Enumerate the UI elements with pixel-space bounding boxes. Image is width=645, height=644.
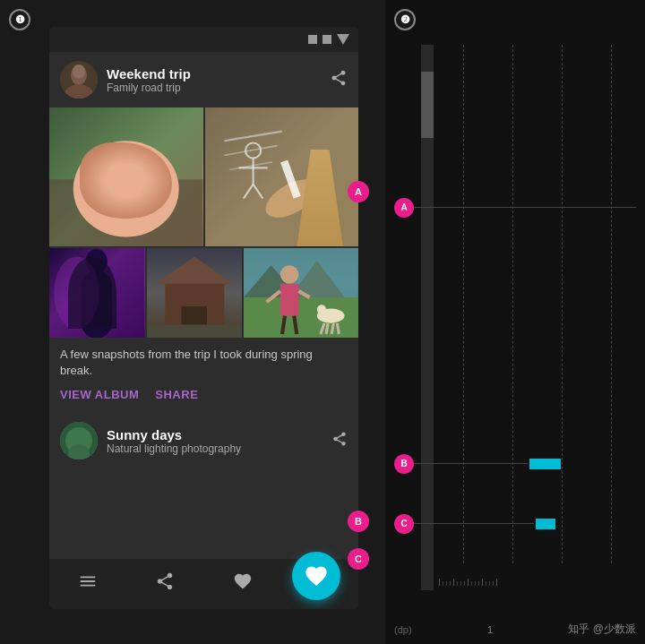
svg-rect-16 [205,107,359,246]
card1-actions: VIEW ALBUM SHARE [60,388,348,401]
tick-2 [443,581,443,586]
svg-point-55 [73,431,85,445]
fab-button[interactable] [292,552,340,600]
svg-point-10 [107,172,145,202]
badge-b-right: B [394,454,414,474]
avatar2 [60,422,98,459]
dashed-lines-container [439,45,636,563]
card2-title: Sunny days [107,427,322,442]
tick-8 [464,581,465,586]
tick-16 [493,581,494,586]
annotation-c-row: C [394,514,636,534]
tick-10 [471,581,472,586]
badge-a-right: A [394,198,414,218]
tick-13 [482,579,483,586]
panel1-badge: ❶ [9,9,30,30]
card1-header: Weekend trip Family road trip [49,52,358,107]
card1-description: A few snapshots from the trip I took dur… [60,347,348,379]
left-panel: ❶ [0,0,385,644]
photo-bottom-row [49,248,358,338]
svg-point-13 [99,147,112,164]
view-album-link[interactable]: VIEW ALBUM [60,388,139,401]
photo-chalk [205,107,359,246]
chart-inner: A B C [394,45,636,590]
svg-point-11 [116,185,125,194]
annotation-b-row: B [394,454,636,474]
photo-pig [49,107,203,246]
tick-4 [450,581,451,586]
svg-point-7 [83,144,169,225]
avatar1 [60,61,98,99]
photo-purple [49,248,145,338]
badge-a-left: A [348,181,369,202]
card2-title-group: Sunny days Natural lighting photography [107,427,322,455]
chart-footer: (dp) 1 知乎 @少数派 [394,622,636,637]
annotation-b-line [414,463,528,464]
bottom-nav [49,559,358,609]
svg-point-30 [54,256,99,329]
share-icon2[interactable] [331,431,348,451]
dashed-line-4 [611,45,612,563]
card2-subtitle: Natural lighting photography [107,442,322,455]
dashed-line-3 [562,45,563,563]
menu-icon[interactable] [78,571,98,597]
share-link[interactable]: SHARE [155,388,198,401]
avatar1-image [60,61,98,99]
svg-line-51 [331,323,333,334]
svg-rect-42 [280,284,298,316]
panel2-badge: ❷ [394,9,416,30]
card1-title: Weekend trip [107,66,321,82]
photo-girl [244,248,358,338]
share-nav-icon[interactable] [155,571,175,597]
photo-top-row [49,107,358,246]
phone-frame: Weekend trip Family road trip [49,27,358,609]
svg-point-28 [86,249,108,272]
annotation-c-line [414,523,534,524]
svg-point-9 [129,156,152,183]
v-scrollbar[interactable] [421,45,434,590]
photo-barn [147,248,243,338]
brand-label: 知乎 @少数派 [568,622,636,637]
tick-3 [446,581,447,586]
dashed-line-2 [512,45,513,563]
tick-11 [475,581,476,586]
bar-b [529,459,561,469]
card1-body: A few snapshots from the trip I took dur… [49,338,358,410]
v-scrollbar-thumb [421,72,434,137]
card1: Weekend trip Family road trip [49,52,358,410]
svg-point-12 [127,185,137,194]
bar-c [536,519,555,529]
badge-c-left: C [348,548,369,570]
phone-content: Weekend trip Family road trip [49,52,358,559]
status-square2-icon [322,35,331,44]
svg-line-50 [326,323,328,334]
svg-point-48 [317,305,326,313]
status-square1-icon [308,35,317,44]
tick-17 [496,579,497,586]
avatar2-image [60,422,98,459]
status-bar [49,27,358,52]
svg-line-52 [337,323,339,334]
tick-marks [439,579,636,586]
tick-15 [489,581,490,586]
badge-c-right: C [394,514,414,534]
annotation-a-row: A [394,198,636,218]
svg-point-3 [73,64,85,79]
svg-rect-35 [147,325,243,338]
num-label: 1 [487,624,493,635]
share-icon1[interactable] [330,69,348,91]
dp-label: (dp) [394,624,412,635]
right-panel: ❷ A B [385,0,645,644]
main-chart: A B C [394,45,636,590]
card1-subtitle: Family road trip [107,82,321,94]
tick-14 [486,581,486,586]
tick-9 [468,579,469,586]
tick-7 [460,581,461,586]
card1-title-group: Weekend trip Family road trip [107,66,321,94]
tick-1 [439,579,440,586]
status-triangle-icon [337,34,349,45]
badge-b-left: B [348,511,369,532]
svg-point-41 [280,265,298,283]
heart-nav-icon[interactable] [233,571,253,597]
annotation-a-line [414,207,636,208]
